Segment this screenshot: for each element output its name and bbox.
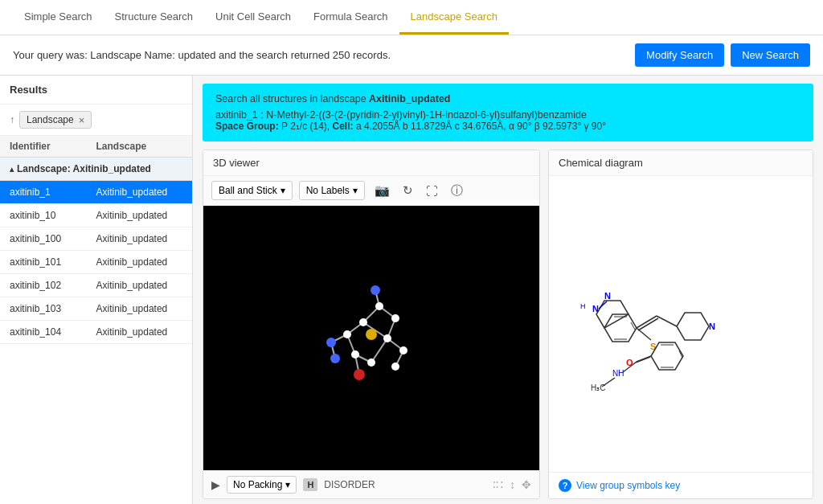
row-identifier: axitinib_102: [10, 280, 96, 291]
col-landscape: Landscape: [96, 141, 183, 152]
row-landscape: Axitinib_updated: [96, 186, 183, 198]
svg-point-15: [375, 302, 383, 310]
filter-arrow: ↑: [10, 114, 14, 125]
table-row[interactable]: axitinib_101 Axitinib_updated: [0, 251, 192, 274]
row-identifier: axitinib_100: [10, 233, 96, 244]
compound-sep: :: [258, 109, 266, 121]
viewer-footer: ▶ No Packing ▾ H DISORDER ∶∷ ↕ ✥: [203, 470, 539, 498]
tab-formula-search[interactable]: Formula Search: [302, 1, 399, 35]
packing-label: No Packing: [233, 479, 282, 490]
compound-name: N-Methyl-2-((3-(2-(pyridin-2-yl)vinyl)-1…: [266, 109, 587, 121]
panel-title: Search all structures in landscape Axiti…: [215, 93, 800, 104]
filter-tag: Landscape ×: [19, 111, 92, 129]
sidebar: Results ↑ Landscape × Identifier Landsca…: [0, 76, 193, 504]
table-row[interactable]: axitinib_104 Axitinib_updated: [0, 321, 192, 344]
row-landscape: Axitinib_updated: [96, 326, 183, 338]
tab-structure-search[interactable]: Structure Search: [104, 1, 205, 35]
labels-arrow: ▾: [353, 185, 358, 196]
svg-point-22: [367, 359, 375, 367]
space-group-value: P 2₁/c (14),: [281, 121, 330, 132]
top-navigation: Simple Search Structure Search Unit Cell…: [0, 0, 823, 35]
filter-row: ↑ Landscape ×: [0, 104, 192, 136]
row-identifier: axitinib_10: [10, 210, 96, 221]
row-landscape: Axitinib_updated: [96, 210, 183, 221]
content-area: Search all structures in landscape Axiti…: [193, 76, 823, 504]
row-landscape: Axitinib_updated: [96, 303, 183, 314]
svg-point-16: [391, 314, 399, 322]
svg-point-25: [371, 285, 380, 295]
sidebar-title: Results: [0, 76, 192, 104]
new-search-button[interactable]: New Search: [731, 43, 810, 67]
tab-landscape-search[interactable]: Landscape Search: [399, 1, 509, 35]
labels-dropdown[interactable]: No Labels ▾: [299, 181, 365, 200]
svg-marker-40: [677, 313, 709, 340]
fullscreen-icon[interactable]: ⛶: [423, 182, 441, 199]
svg-point-14: [359, 318, 367, 326]
group-label: Landscape: Axitinib_updated: [17, 163, 151, 174]
display-mode-label: Ball and Stick: [219, 185, 277, 196]
table-row[interactable]: axitinib_10 Axitinib_updated: [0, 204, 192, 227]
h-badge[interactable]: H: [303, 478, 317, 491]
svg-line-47: [636, 357, 650, 363]
viewer-row: 3D viewer Ball and Stick ▾ No Labels ▾ 📷…: [203, 150, 813, 499]
filter-tag-label: Landscape: [27, 114, 74, 125]
row-landscape: Axitinib_updated: [96, 256, 183, 268]
group-symbols-link[interactable]: View group symbols key: [576, 480, 680, 491]
chemical-structure-svg: N N H: [560, 232, 801, 416]
cell-label: Cell:: [333, 121, 354, 132]
chemical-diagram: N N H: [549, 176, 813, 472]
chemical-footer[interactable]: ? View group symbols key: [549, 472, 813, 498]
svg-text:H₃C: H₃C: [591, 383, 605, 392]
play-icon[interactable]: ▶: [211, 478, 220, 491]
info-icon[interactable]: ⓘ: [448, 182, 466, 200]
labels-label: No Labels: [306, 185, 350, 196]
3d-viewport: [203, 206, 539, 470]
col-identifier: Identifier: [10, 141, 96, 152]
row-identifier: axitinib_1: [10, 186, 96, 198]
svg-text:NH: NH: [612, 369, 624, 378]
svg-point-24: [330, 354, 340, 363]
space-group-label: Space Group:: [215, 121, 279, 132]
table-row[interactable]: axitinib_102 Axitinib_updated: [0, 274, 192, 297]
table-row[interactable]: axitinib_103 Axitinib_updated: [0, 297, 192, 321]
svg-point-27: [366, 329, 377, 340]
main-layout: Results ↑ Landscape × Identifier Landsca…: [0, 76, 823, 504]
viewer-header: 3D viewer: [203, 150, 539, 176]
svg-line-42: [637, 328, 651, 340]
panel-prefix: Search all structures in landscape: [215, 93, 369, 104]
group-row: ▴ Landscape: Axitinib_updated: [0, 158, 192, 181]
chemical-header: Chemical diagram: [549, 150, 813, 176]
svg-point-21: [351, 350, 359, 359]
tab-unit-cell-search[interactable]: Unit Cell Search: [204, 1, 302, 35]
filter-close-icon[interactable]: ×: [79, 115, 85, 125]
row-identifier: axitinib_101: [10, 256, 96, 268]
info-bar: Your query was: Landscape Name: updated …: [0, 35, 823, 76]
svg-point-20: [343, 330, 351, 338]
packing-arrow: ▾: [285, 479, 290, 490]
table-row[interactable]: axitinib_1 Axitinib_updated: [0, 181, 192, 204]
tab-simple-search[interactable]: Simple Search: [13, 1, 104, 35]
molecule-3d-svg: [291, 258, 452, 419]
svg-point-19: [391, 363, 399, 371]
svg-line-37: [637, 316, 657, 328]
snapshot-icon[interactable]: 📷: [371, 182, 393, 199]
info-panel: Search all structures in landscape Axiti…: [203, 84, 813, 141]
modify-search-button[interactable]: Modify Search: [635, 43, 724, 67]
table-row[interactable]: axitinib_100 Axitinib_updated: [0, 227, 192, 251]
footer-icon-3: ✥: [522, 478, 531, 491]
svg-point-26: [354, 369, 365, 380]
table-header: Identifier Landscape: [0, 136, 192, 158]
svg-point-18: [399, 346, 407, 354]
compound-info: axitinib_1 : N-Methyl-2-((3-(2-(pyridin-…: [215, 109, 800, 121]
display-mode-arrow: ▾: [280, 185, 285, 196]
svg-text:O: O: [626, 358, 633, 367]
row-landscape: Axitinib_updated: [96, 280, 183, 291]
display-mode-dropdown[interactable]: Ball and Stick ▾: [211, 181, 293, 200]
svg-line-9: [371, 338, 387, 363]
reset-icon[interactable]: ↻: [399, 182, 416, 199]
packing-dropdown[interactable]: No Packing ▾: [227, 476, 297, 494]
row-landscape: Axitinib_updated: [96, 233, 183, 244]
space-group-info: Space Group: P 2₁/c (14), Cell: a 4.2055…: [215, 121, 800, 132]
svg-text:H: H: [580, 302, 586, 310]
svg-line-38: [638, 318, 658, 330]
